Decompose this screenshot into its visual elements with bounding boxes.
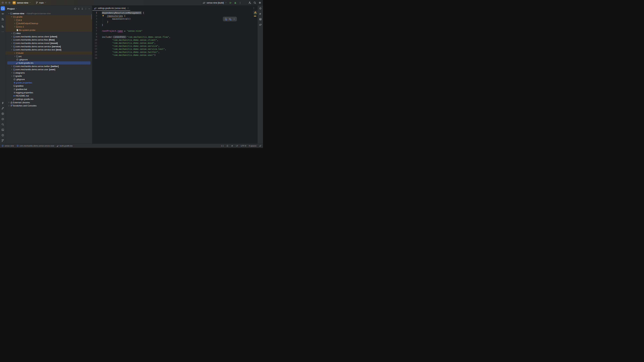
- spiral-icon[interactable]: [231, 145, 234, 147]
- tree-row-buildoutputcleanup[interactable]: buildOutputCleanup: [6, 22, 92, 25]
- tree-row-logging-properties[interactable]: logging.properties: [6, 91, 92, 94]
- tab-options-icon[interactable]: [252, 7, 255, 9]
- tool-stripe-button-coverage[interactable]: [1, 117, 5, 121]
- chevron-down-icon[interactable]: [10, 49, 13, 51]
- tool-stripe-button-more-tool-windows[interactable]: [1, 29, 5, 34]
- code-line-6[interactable]: [92, 26, 255, 29]
- collapse-all-button[interactable]: [81, 7, 84, 10]
- code-editor[interactable]: 1dependencyResolutionManagement {2 repos…: [92, 11, 258, 144]
- maximize-window-button[interactable]: [8, 2, 10, 4]
- chevron-right-icon[interactable]: [10, 42, 13, 44]
- tree-row-src[interactable]: src: [6, 55, 92, 58]
- tree-row-sense-nine[interactable]: sense-nine~/IdeaProjects/sense-nine: [6, 12, 92, 15]
- close-window-button[interactable]: [2, 2, 4, 4]
- expand-all-button[interactable]: [77, 7, 80, 10]
- tree-row-com-mechanitis-demo-sense-service[interactable]: com.mechanitis.demo.sense.service[servic…: [6, 45, 92, 48]
- tree-row-gradlew-bat[interactable]: gradlew.bat: [6, 88, 92, 91]
- tree-row-com-mechanitis-demo-sense-service-test[interactable]: com.mechanitis.demo.sense.service.test[t…: [6, 48, 92, 51]
- tree-row-vcs-1[interactable]: vcs-1: [6, 25, 92, 28]
- tool-stripe-button-structure[interactable]: [1, 24, 5, 28]
- vcs-change-marker[interactable]: [254, 13, 257, 14]
- tree-row-file-system-probe[interactable]: file-system.probe: [6, 28, 92, 32]
- chevron-right-icon[interactable]: [10, 75, 13, 77]
- lock-open-icon[interactable]: [259, 145, 261, 147]
- dismiss-icon[interactable]: [233, 18, 235, 20]
- minimize-window-button[interactable]: [5, 2, 7, 4]
- chevron-right-icon[interactable]: [10, 32, 13, 34]
- tree-row-external-libraries[interactable]: External Libraries: [6, 101, 92, 104]
- tool-stripe-button-services[interactable]: [1, 111, 5, 116]
- more-options-button[interactable]: [239, 1, 242, 4]
- chevron-right-icon[interactable]: [14, 19, 16, 21]
- code-line-16[interactable]: [92, 57, 255, 60]
- reload-script-button[interactable]: [224, 18, 227, 20]
- options-button[interactable]: [84, 7, 87, 10]
- tool-stripe-button-find[interactable]: [1, 122, 5, 126]
- tree-row-scratches-and-consoles[interactable]: Scratches and Consoles: [6, 104, 92, 107]
- tree-row-gradle[interactable]: gradle: [6, 74, 92, 78]
- tool-stripe-button-database[interactable]: [258, 17, 263, 21]
- settings-button[interactable]: [258, 1, 261, 4]
- tree-row-com-mechanitis-demo-sense-flow[interactable]: com.mechanitis.demo.sense.flow[flow]: [6, 38, 92, 41]
- chevron-right-icon[interactable]: [8, 101, 10, 104]
- code-line-9[interactable]: include(...projectPaths:"com.mechanitis.…: [92, 35, 255, 38]
- chevron-right-icon[interactable]: [14, 25, 16, 28]
- chevron-right-icon[interactable]: [10, 45, 13, 48]
- tree-row-com-mechanitis-demo-sense-twitter[interactable]: com.mechanitis.demo.sense.twitter[twitte…: [6, 64, 92, 68]
- hide-button[interactable]: [88, 7, 90, 10]
- tool-stripe-button-problems[interactable]: [1, 133, 5, 137]
- chevron-right-icon[interactable]: [10, 35, 13, 38]
- chevron-right-icon[interactable]: [10, 71, 13, 74]
- tool-stripe-button-commit[interactable]: [1, 11, 5, 16]
- code-line-10[interactable]: "com.mechanitis.demo.sense.client",: [92, 38, 255, 41]
- tree-row-8-9[interactable]: 8.9: [6, 18, 92, 22]
- tool-stripe-button-terminal[interactable]: [1, 128, 5, 132]
- tree-row-diagrams[interactable]: diagrams: [6, 71, 92, 75]
- tree-row-com-mechanitis-demo-sense-mood[interactable]: com.mechanitis.demo.sense.mood[mood]: [6, 41, 92, 45]
- chevron-right-icon[interactable]: [14, 55, 16, 57]
- run-configuration-selector[interactable]: sense-nine [build]: [206, 1, 224, 4]
- chevron-down-icon[interactable]: [8, 12, 10, 15]
- add-user-button[interactable]: [248, 1, 251, 4]
- code-line-13[interactable]: "com.mechanitis.demo.sense.service.test"…: [92, 48, 255, 51]
- code-line-7[interactable]: rootProject.name = "sense-nine": [92, 29, 255, 32]
- indent-widget[interactable]: 4 spaces: [249, 145, 256, 147]
- tool-stripe-button-run-anything[interactable]: [1, 101, 5, 105]
- warning-stripe-marker[interactable]: [254, 16, 256, 16]
- branch-switcher[interactable]: main: [39, 1, 44, 4]
- chevron-down-icon[interactable]: [10, 15, 13, 18]
- tree-row-gradlew[interactable]: gradlew: [6, 84, 92, 88]
- panel-title[interactable]: Project: [7, 7, 14, 10]
- tool-stripe-button-notifications[interactable]: [258, 6, 263, 10]
- load-gradle-changes-button[interactable]: [229, 17, 232, 20]
- chevron-right-icon[interactable]: [10, 39, 13, 41]
- tree-row-com-mechanitis-demo-sense-client[interactable]: com.mechanitis.demo.sense.client[client]: [6, 35, 92, 38]
- tree-row-gradle-properties[interactable]: gradle.properties: [6, 81, 92, 84]
- close-tab-icon[interactable]: [127, 7, 129, 9]
- code-line-5[interactable]: }: [92, 23, 255, 26]
- warning-triangle-icon[interactable]: [254, 11, 257, 13]
- chevron-right-icon[interactable]: [10, 65, 13, 67]
- tree-row-settings-gradle-kts[interactable]: Ksettings.gradle.kts: [6, 97, 92, 101]
- project-switcher[interactable]: sense-nine: [17, 1, 28, 4]
- caret-position-widget[interactable]: 1:1: [221, 145, 224, 147]
- editor-tab-settings-gradle-kts[interactable]: K settings.gradle.kts (sense-nine): [92, 5, 130, 11]
- search-everywhere-button[interactable]: [254, 1, 256, 4]
- breadcrumb-sense-nine[interactable]: sense-nine: [2, 145, 14, 147]
- tool-stripe-button-pull-requests[interactable]: [1, 17, 5, 21]
- tree-row-com-mechanitis-demo-sense-user[interactable]: com.mechanitis.demo.sense.user[user]: [6, 68, 92, 71]
- encoding-widget[interactable]: UTF-8: [241, 145, 246, 147]
- code-line-12[interactable]: "com.mechanitis.demo.sense.service",: [92, 44, 255, 48]
- breadcrumb-com-mechanitis-demo-sense-service-test[interactable]: com.mechanitis.demo.sense.service.test: [16, 145, 54, 147]
- tree-row--gitignore[interactable]: .gitignore: [6, 58, 92, 61]
- tree-row-build[interactable]: build: [6, 51, 92, 55]
- code-line-15[interactable]: "com.mechanitis.demo.sense.user"): [92, 54, 255, 57]
- chevron-right-icon[interactable]: [14, 22, 16, 25]
- droplet-icon[interactable]: [226, 145, 228, 147]
- project-badge[interactable]: SN: [12, 1, 16, 4]
- tool-stripe-button-project[interactable]: [1, 6, 5, 10]
- chevron-right-icon[interactable]: [10, 68, 13, 71]
- tree-row--gitignore[interactable]: .gitignore: [6, 78, 92, 81]
- code-line-1[interactable]: dependencyResolutionManagement {: [92, 11, 255, 14]
- tool-stripe-button-gradle[interactable]: [258, 22, 263, 27]
